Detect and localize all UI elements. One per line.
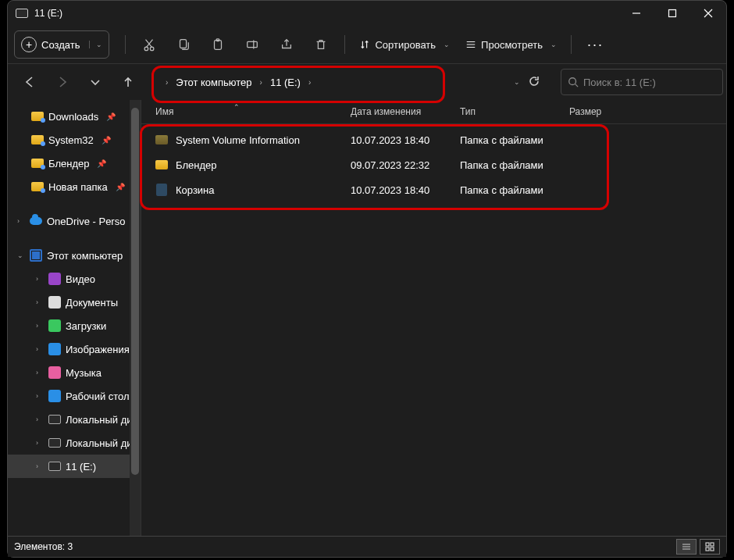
sidebar-item-quick[interactable]: Downloads📌 <box>8 105 141 128</box>
folder-icon <box>31 180 44 193</box>
expand-icon[interactable]: › <box>36 345 44 353</box>
svg-rect-3 <box>180 40 187 48</box>
sidebar-item-pc-child[interactable]: ›Рабочий стол <box>8 384 141 408</box>
title-bar[interactable]: 11 (E:) <box>8 1 726 26</box>
sidebar-item-quick[interactable]: Новая папка📌 <box>8 175 141 198</box>
file-date: 09.07.2023 22:32 <box>351 159 460 171</box>
file-row[interactable]: System Volume Information10.07.2023 18:4… <box>141 127 726 152</box>
expand-icon[interactable]: › <box>36 462 44 470</box>
column-type[interactable]: Тип <box>460 106 569 117</box>
cut-button[interactable] <box>134 31 165 58</box>
sort-asc-icon: ⌃ <box>233 103 240 111</box>
item-icon <box>48 273 61 285</box>
svg-rect-0 <box>669 10 676 17</box>
file-name: Блендер <box>176 159 216 171</box>
refresh-button[interactable] <box>528 75 540 90</box>
item-icon <box>48 319 61 332</box>
file-type: Папка с файлами <box>460 134 569 146</box>
search-placeholder: Поиск в: 11 (E:) <box>583 77 656 88</box>
breadcrumb-drive[interactable]: 11 (E:) <box>267 77 304 88</box>
sidebar-item-pc-child[interactable]: ›Документы <box>8 291 141 314</box>
back-button[interactable] <box>16 68 44 96</box>
paste-button[interactable] <box>202 31 233 58</box>
sidebar-item-pc-child[interactable]: ›Изображения <box>8 337 141 361</box>
sidebar-scrollbar[interactable] <box>130 100 141 536</box>
sidebar-item-pc-child[interactable]: ›Музыка <box>8 361 141 384</box>
forward-button[interactable] <box>48 68 77 96</box>
sidebar-item-label: Блендер <box>48 158 89 169</box>
rename-button[interactable] <box>237 31 268 58</box>
file-type: Папка с файлами <box>460 159 569 171</box>
separator <box>344 35 345 54</box>
sidebar-item-thispc[interactable]: ⌄ Этот компьютер <box>8 244 141 267</box>
search-icon <box>568 77 579 87</box>
more-button[interactable]: ··· <box>579 37 611 53</box>
expand-icon[interactable]: › <box>36 439 44 447</box>
sort-button[interactable]: Сортировать ⌄ <box>353 31 456 58</box>
view-label: Просмотреть <box>481 39 543 51</box>
sidebar-item-quick[interactable]: System32📌 <box>8 128 141 152</box>
recent-button[interactable] <box>81 68 109 96</box>
sidebar-item-label: Музыка <box>66 367 102 379</box>
pin-icon: 📌 <box>97 159 106 168</box>
close-button[interactable] <box>690 1 726 26</box>
chevron-down-icon: ⌄ <box>444 41 450 48</box>
share-button[interactable] <box>271 31 302 58</box>
column-name[interactable]: Имя ⌃ <box>155 106 351 117</box>
expand-icon[interactable]: › <box>36 392 44 400</box>
sidebar-item-label: System32 <box>48 134 94 146</box>
chevron-down-icon[interactable]: ⌄ <box>514 78 520 86</box>
view-button[interactable]: Просмотреть ⌄ <box>459 31 563 58</box>
navigation-pane[interactable]: Downloads📌System32📌Блендер📌Новая папка📌 … <box>8 100 141 536</box>
new-button[interactable]: + Создать ⌄ <box>14 30 109 59</box>
sidebar-item-pc-child[interactable]: ›Видео <box>8 267 141 291</box>
maximize-button[interactable] <box>654 1 690 26</box>
expand-icon[interactable]: › <box>36 275 44 283</box>
sidebar-item-label: Документы <box>66 297 118 309</box>
item-icon <box>48 366 61 379</box>
file-date: 10.07.2023 18:40 <box>351 134 460 146</box>
svg-rect-11 <box>711 548 714 551</box>
collapse-icon[interactable]: ⌄ <box>17 251 25 259</box>
svg-rect-4 <box>215 41 222 50</box>
folder-icon <box>31 110 44 123</box>
file-list: Имя ⌃ Дата изменения Тип Размер System V… <box>141 100 726 536</box>
folder-icon <box>31 134 44 146</box>
sidebar-item-label: OneDrive - Perso <box>47 216 125 227</box>
svg-rect-8 <box>706 543 709 546</box>
delete-button[interactable] <box>305 31 337 58</box>
column-date[interactable]: Дата изменения <box>351 106 460 117</box>
search-input[interactable]: Поиск в: 11 (E:) <box>561 69 723 95</box>
column-headers[interactable]: Имя ⌃ Дата изменения Тип Размер <box>141 100 726 124</box>
svg-point-7 <box>569 78 576 85</box>
copy-button[interactable] <box>168 31 199 58</box>
file-row[interactable]: Корзина10.07.2023 18:40Папка с файлами <box>141 177 726 202</box>
expand-icon[interactable]: › <box>36 298 44 306</box>
sidebar-item-label: Новая папка <box>48 181 108 193</box>
sidebar-item-label: Изображения <box>66 344 130 355</box>
expand-icon[interactable]: › <box>36 416 44 423</box>
sidebar-item-onedrive[interactable]: › OneDrive - Perso <box>8 209 141 233</box>
details-view-button[interactable] <box>676 539 697 555</box>
address-bar[interactable]: › Этот компьютер › 11 (E:) › ⌄ <box>151 69 551 95</box>
up-button[interactable] <box>114 68 142 96</box>
sidebar-item-quick[interactable]: Блендер📌 <box>8 152 141 175</box>
expand-icon[interactable]: › <box>36 322 44 330</box>
sidebar-item-pc-child[interactable]: ›Загрузки <box>8 314 141 337</box>
folder-icon <box>31 157 44 169</box>
explorer-window: 11 (E:) + Создать ⌄ Сортировать ⌄ Просмо… <box>7 0 727 558</box>
column-size[interactable]: Размер <box>569 106 632 117</box>
sidebar-item-pc-child[interactable]: ›Локальный ди <box>8 431 141 455</box>
breadcrumb-pc[interactable]: Этот компьютер <box>173 77 255 88</box>
chevron-down-icon: ⌄ <box>550 41 557 48</box>
minimize-button[interactable] <box>618 1 654 26</box>
sidebar-item-pc-child[interactable]: ›11 (E:) <box>8 455 141 478</box>
sidebar-item-pc-child[interactable]: ›Локальный ди <box>8 408 141 431</box>
sidebar-item-label: Рабочий стол <box>66 391 130 402</box>
sidebar-item-label: Загрузки <box>66 320 106 332</box>
file-row[interactable]: Блендер09.07.2023 22:32Папка с файлами <box>141 152 726 177</box>
expand-icon[interactable]: › <box>17 217 25 225</box>
file-name: System Volume Information <box>176 134 300 146</box>
expand-icon[interactable]: › <box>36 369 44 376</box>
icons-view-button[interactable] <box>700 539 720 555</box>
